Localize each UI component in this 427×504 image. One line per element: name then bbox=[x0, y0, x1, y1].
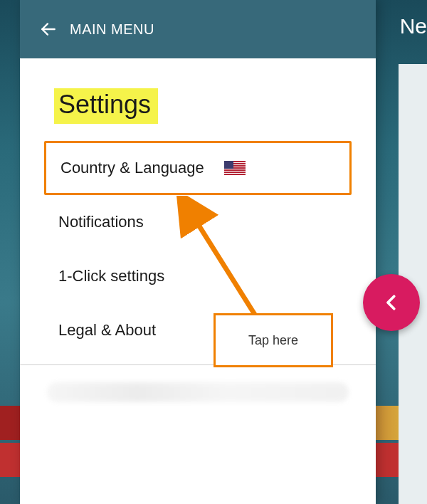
fab-back-button[interactable] bbox=[363, 274, 420, 331]
drawer-content: Settings Country & Language Notification… bbox=[20, 58, 376, 504]
drawer-header: MAIN MENU bbox=[20, 0, 376, 58]
menu-item-notifications[interactable]: Notifications bbox=[44, 195, 352, 249]
chevron-left-icon bbox=[381, 292, 402, 313]
us-flag-icon bbox=[224, 161, 246, 175]
callout-text: Tap here bbox=[248, 333, 298, 348]
section-title-settings: Settings bbox=[54, 88, 158, 124]
menu-item-label: Country & Language bbox=[60, 159, 204, 177]
back-arrow-icon[interactable] bbox=[37, 18, 60, 41]
menu-item-country-language[interactable]: Country & Language bbox=[44, 141, 352, 195]
menu-item-1click-settings[interactable]: 1-Click settings bbox=[44, 249, 352, 303]
menu-item-label: 1-Click settings bbox=[58, 267, 164, 285]
blurred-row bbox=[47, 382, 349, 402]
drawer-header-title: MAIN MENU bbox=[70, 21, 154, 38]
tap-here-callout: Tap here bbox=[214, 313, 333, 367]
navigation-drawer: MAIN MENU Settings Country & Language No… bbox=[20, 0, 376, 504]
menu-item-label: Notifications bbox=[58, 213, 144, 231]
partial-text: Ne bbox=[393, 14, 427, 38]
menu-item-label: Legal & About bbox=[58, 321, 156, 340]
